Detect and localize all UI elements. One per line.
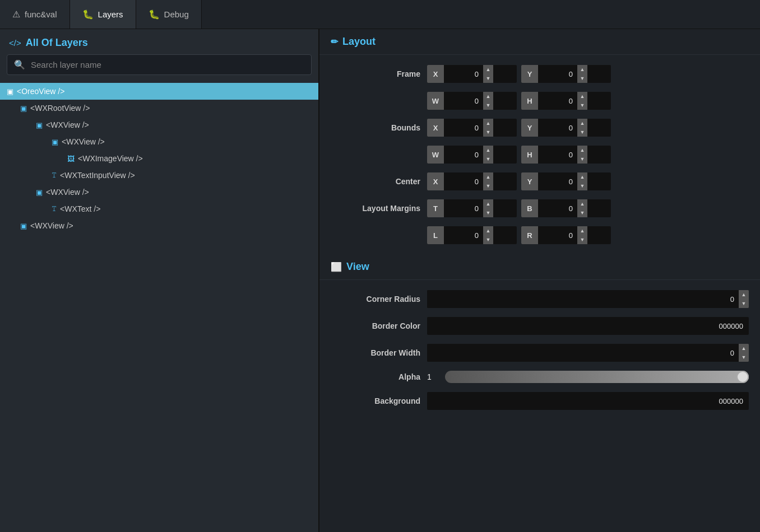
corner-radius-down[interactable]: ▼ [739, 299, 749, 308]
item-label-1: <WXRootView /> [30, 104, 90, 113]
frame-w-up[interactable]: ▲ [483, 92, 493, 101]
tree-item-wxtext[interactable]: 𝚃 <WXText /> [0, 200, 318, 217]
image-icon: 🖼 [67, 155, 75, 163]
corner-radius-spinners: ▲ ▼ [739, 290, 749, 308]
corner-radius-input[interactable] [427, 290, 739, 308]
bounds-y-input[interactable] [538, 119, 577, 137]
bounds-y-up[interactable]: ▲ [577, 119, 587, 128]
layout-pencil-icon: ✏ [331, 36, 338, 47]
frame-w-spinners: ▲ ▼ [483, 92, 493, 110]
tree-item-wxview-2[interactable]: ▣ <WXView /> [0, 116, 318, 133]
bounds-h-up[interactable]: ▲ [577, 146, 587, 155]
frame-h-down[interactable]: ▼ [577, 101, 587, 110]
frame-h-input[interactable] [538, 92, 577, 110]
layout-section-header: ✏ Layout [319, 29, 760, 55]
margins-l-up[interactable]: ▲ [483, 226, 493, 235]
margins-b-field: B ▲ ▼ [521, 199, 611, 217]
view-section-header: ⬜ View [319, 254, 760, 280]
frame-x-down[interactable]: ▼ [483, 74, 493, 83]
bounds-h-down[interactable]: ▼ [577, 155, 587, 164]
tab-layers[interactable]: 🐛 Layers [70, 0, 136, 29]
margins-l-down[interactable]: ▼ [483, 235, 493, 244]
frame-x-input[interactable] [444, 65, 483, 83]
tree-item-oreoview[interactable]: ▣ <OreoView /> [0, 83, 318, 100]
center-y-down[interactable]: ▼ [577, 181, 587, 190]
search-input[interactable] [31, 60, 304, 69]
margins-l-input[interactable] [444, 226, 483, 244]
frame-label: Frame [331, 69, 420, 78]
corner-radius-up[interactable]: ▲ [739, 290, 749, 299]
all-layers-header: </> All Of Layers [0, 29, 318, 54]
tab-debug[interactable]: 🐛 Debug [136, 0, 202, 29]
bounds-wh-fields: W ▲ ▼ H ▲ ▼ [427, 146, 749, 164]
view-icon-8: ▣ [20, 222, 27, 230]
bounds-w-input[interactable] [444, 146, 483, 164]
tree-item-wxtextinputview[interactable]: 𝚃 <WXTextInputView /> [0, 167, 318, 184]
frame-h-up[interactable]: ▲ [577, 92, 587, 101]
tab-bar: ⚠ func&val 🐛 Layers 🐛 Debug [0, 0, 760, 29]
bounds-w-down[interactable]: ▼ [483, 155, 493, 164]
border-width-down[interactable]: ▼ [739, 353, 749, 362]
bounds-x-up[interactable]: ▲ [483, 119, 493, 128]
alpha-slider[interactable] [445, 371, 749, 383]
margins-b-up[interactable]: ▲ [577, 199, 587, 208]
corner-radius-field: ▲ ▼ [427, 290, 749, 308]
bounds-w-up[interactable]: ▲ [483, 146, 493, 155]
background-label: Background [331, 396, 420, 405]
tree-item-wxview-3[interactable]: ▣ <WXView /> [0, 133, 318, 150]
tree-item-wxrootview[interactable]: ▣ <WXRootView /> [0, 100, 318, 116]
frame-y-up[interactable]: ▲ [577, 65, 587, 74]
tree-item-wximageview[interactable]: 🖼 <WXImageView /> [0, 150, 318, 167]
margins-b-down[interactable]: ▼ [577, 208, 587, 217]
center-x-down[interactable]: ▼ [483, 181, 493, 190]
bounds-h-input[interactable] [538, 146, 577, 164]
item-label-3: <WXView /> [62, 137, 105, 146]
margins-t-down[interactable]: ▼ [483, 208, 493, 217]
border-width-up[interactable]: ▲ [739, 344, 749, 353]
margins-b-spinners: ▲ ▼ [577, 199, 587, 217]
margins-t-up[interactable]: ▲ [483, 199, 493, 208]
frame-y-input[interactable] [538, 65, 577, 83]
tree-item-wxview-6[interactable]: ▣ <WXView /> [0, 184, 318, 200]
border-width-input[interactable] [427, 344, 739, 362]
text-icon: 𝚃 [52, 204, 57, 213]
view-square-icon: ⬜ [331, 262, 342, 272]
frame-h-field: H ▲ ▼ [521, 92, 611, 110]
layers-label: Layers [98, 10, 123, 19]
center-y-input[interactable] [538, 172, 577, 190]
frame-x-spinners: ▲ ▼ [483, 65, 493, 83]
center-y-up[interactable]: ▲ [577, 172, 587, 181]
item-label-4: <WXImageView /> [78, 154, 143, 163]
tree-item-wxview-8[interactable]: ▣ <WXView /> [0, 217, 318, 234]
frame-w-axis-label: W [427, 92, 444, 110]
frame-x-up[interactable]: ▲ [483, 65, 493, 74]
bounds-h-axis: H [521, 146, 538, 164]
margins-fields: T ▲ ▼ B ▲ ▼ [427, 199, 749, 217]
bounds-y-spinners: ▲ ▼ [577, 119, 587, 137]
center-x-up[interactable]: ▲ [483, 172, 493, 181]
bounds-w-spinners: ▲ ▼ [483, 146, 493, 164]
margins-r-up[interactable]: ▲ [577, 226, 587, 235]
frame-y-down[interactable]: ▼ [577, 74, 587, 83]
view-properties: Corner Radius ▲ ▼ Border Color 000000 [319, 280, 760, 420]
left-panel: </> All Of Layers 🔍 ▣ <OreoView /> ▣ <WX… [0, 29, 319, 532]
background-field[interactable]: 000000 [427, 392, 749, 410]
margins-b-input[interactable] [538, 199, 577, 217]
bounds-x-input[interactable] [444, 119, 483, 137]
center-y-axis: Y [521, 172, 538, 190]
center-x-input[interactable] [444, 172, 483, 190]
bounds-h-spinners: ▲ ▼ [577, 146, 587, 164]
frame-w-input[interactable] [444, 92, 483, 110]
all-layers-title: All Of Layers [26, 37, 88, 49]
margins-r-input[interactable] [538, 226, 577, 244]
margins-r-down[interactable]: ▼ [577, 235, 587, 244]
bounds-x-down[interactable]: ▼ [483, 128, 493, 137]
border-color-value: 000000 [719, 322, 743, 330]
tab-funcval[interactable]: ⚠ func&val [0, 0, 70, 29]
border-color-field[interactable]: 000000 [427, 317, 749, 335]
bounds-h-field: H ▲ ▼ [521, 146, 611, 164]
item-label-8: <WXView /> [30, 221, 73, 230]
frame-w-down[interactable]: ▼ [483, 101, 493, 110]
bounds-y-down[interactable]: ▼ [577, 128, 587, 137]
margins-t-input[interactable] [444, 199, 483, 217]
